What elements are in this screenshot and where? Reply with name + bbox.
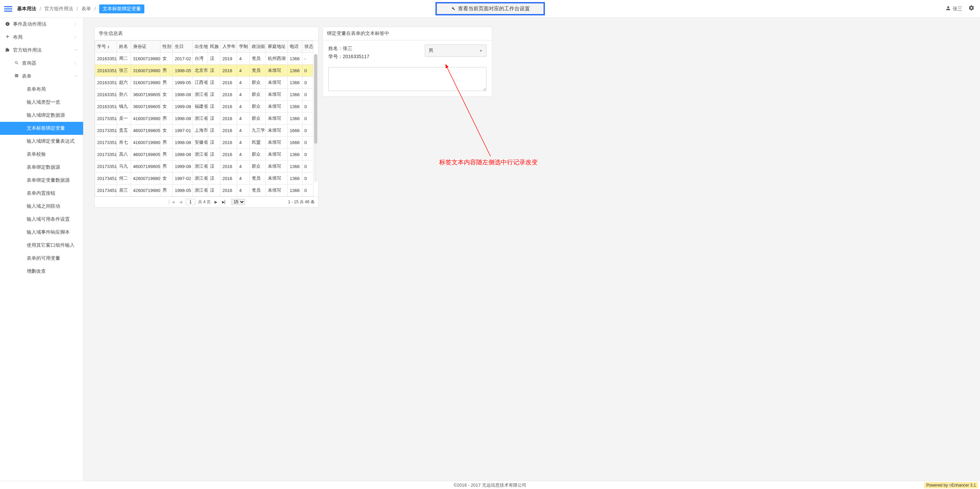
pager-first-button[interactable]: ▏◀	[168, 200, 175, 204]
table-cell: 2016	[220, 172, 237, 185]
sidebar-item[interactable]: 表单内置按钮	[0, 187, 83, 200]
sidebar-item[interactable]: 使用其它窗口组件输入	[0, 239, 83, 252]
pager-page-input[interactable]	[186, 199, 195, 205]
table-row[interactable]: 20163351张三31600719980男1998-05北京市汉20164党员…	[95, 65, 313, 76]
workspace-settings-label: 查看当前页面对应的工作台设置	[458, 5, 530, 12]
table-cell: 1366	[287, 89, 302, 100]
table-cell: 浙江省	[192, 172, 208, 185]
column-header[interactable]: 入学年	[220, 41, 237, 53]
pager-total-label: 共 4 页	[198, 199, 211, 205]
sidebar-item[interactable]: 增删改查	[0, 265, 83, 278]
column-header[interactable]: 电话	[287, 41, 302, 53]
column-header[interactable]: 姓名	[117, 41, 131, 53]
column-header[interactable]: 政治面	[249, 41, 266, 53]
sidebar-item[interactable]: 表单布局	[0, 83, 83, 96]
sidebar-item[interactable]: 输入域类型一览	[0, 96, 83, 109]
table-row[interactable]: 20173451何二42600719980女1997-02浙江省汉20164党员…	[95, 172, 313, 185]
id-label: 学号：	[328, 54, 343, 59]
column-header[interactable]: 生日	[172, 41, 192, 53]
sidebar-item[interactable]: 表单的可用变量	[0, 252, 83, 265]
table-row[interactable]: 20163351钱九36007199805女1999-08福建省汉20164群众…	[95, 100, 313, 113]
column-header[interactable]: 家庭地址	[266, 41, 287, 53]
scrollbar-thumb[interactable]	[314, 54, 317, 144]
pager-next-button[interactable]: ▶	[213, 200, 218, 204]
table-cell: 1366	[287, 100, 302, 113]
table-cell: 党员	[249, 185, 266, 196]
powered-prefix: Powered by	[926, 483, 949, 487]
notes-textarea[interactable]	[328, 67, 487, 91]
sidebar-item[interactable]: 表单绑定数据源	[0, 161, 83, 174]
column-header[interactable]: 身份证	[130, 41, 160, 53]
menu-toggle-icon[interactable]	[4, 5, 12, 13]
table-cell: 浙江省	[192, 148, 208, 161]
sidebar-item-label: 查询器	[22, 60, 36, 66]
table-cell: 民盟	[249, 137, 266, 148]
table-cell: 女	[160, 53, 172, 65]
table-cell: 党员	[249, 65, 266, 76]
sidebar-item[interactable]: 输入域绑定变量表达式	[0, 135, 83, 148]
panel-title: 绑定变量在表单的文本标签中	[323, 27, 492, 40]
table-cell: 汉	[208, 89, 220, 100]
column-header[interactable]: 学号▲▼	[95, 41, 117, 53]
table-cell: 江西省	[192, 76, 208, 89]
table-cell: 4	[237, 65, 249, 76]
sidebar-item[interactable]: 表单绑定变量数据源	[0, 174, 83, 187]
sidebar-item[interactable]: 官方组件用法﹀	[0, 44, 83, 57]
table-cell: 浙江省	[192, 161, 208, 172]
table-cell: 1998-08	[172, 137, 192, 148]
settings-button[interactable]	[967, 5, 976, 13]
sidebar-item[interactable]: 查询器〉	[0, 57, 83, 70]
vertical-scrollbar[interactable]	[314, 54, 317, 182]
breadcrumb-item[interactable]: 官方组件用法	[45, 6, 73, 12]
column-header[interactable]: 学制	[237, 41, 249, 53]
column-header[interactable]: 出生地	[192, 41, 208, 53]
table-row[interactable]: 20173351高八46007199805男1998-08浙江省汉20164群众…	[95, 148, 313, 161]
table-cell: 41600719980	[130, 137, 160, 148]
gender-select[interactable]: 男 ▼	[425, 45, 487, 57]
sidebar-item[interactable]: 表单﹀	[0, 70, 83, 83]
workspace-settings-button[interactable]: 查看当前页面对应的工作台设置	[436, 2, 545, 15]
table-cell: 0	[302, 137, 313, 148]
pager-prev-button[interactable]: ◀	[178, 200, 183, 204]
column-header[interactable]: 民族	[208, 41, 220, 53]
table-row[interactable]: 20163351赵六31600719980男1999-05江西省汉20164群众…	[95, 76, 313, 89]
name-value: 张三	[343, 46, 352, 51]
sidebar-item[interactable]: 表单校验	[0, 148, 83, 161]
table-cell: 台湾	[192, 53, 208, 65]
sidebar-item[interactable]: 输入域事件响应脚本	[0, 226, 83, 239]
sidebar-item[interactable]: 输入域可用条件设置	[0, 213, 83, 226]
table-row[interactable]: 20163351周二31600719980女2017-02台湾汉20194党员杭…	[95, 53, 313, 65]
sidebar-item[interactable]: 事件及动作用法〉	[0, 18, 83, 31]
sidebar-item-label: 输入域类型一览	[27, 99, 60, 105]
table-row[interactable]: 20173351吴一41600719980男1998-08浙江省汉20164群众…	[95, 113, 313, 124]
table-cell: 女	[160, 172, 172, 185]
table-cell: 20163351	[95, 100, 117, 113]
table-cell: 汉	[208, 124, 220, 137]
pager-pagesize-select[interactable]: 15	[231, 199, 245, 205]
breadcrumb-root[interactable]: 基本用法	[17, 6, 36, 12]
table-row[interactable]: 20173351马九46007199805男1999-08浙江省汉20164群众…	[95, 161, 313, 172]
content-area: 学生信息表 学号▲▼姓名身份证性别生日出生地民族入学年学制政治面家庭地址电话状态…	[83, 18, 980, 481]
table-row[interactable]: 20163351孙八36007199805女1998-08浙江省汉20164群众…	[95, 89, 313, 100]
pager-last-button[interactable]: ▶▏	[221, 200, 229, 204]
column-header[interactable]: 性别	[160, 41, 172, 53]
table-row[interactable]: 20173351贵五46007199805女1997-01上海市汉20164九三…	[95, 124, 313, 137]
breadcrumb-item[interactable]: 表单	[81, 6, 91, 12]
powered-by-badge[interactable]: Powered by ≡Enhancer 3.1	[924, 482, 978, 488]
sidebar-item[interactable]: 文本标签绑定变量	[0, 122, 83, 135]
table-row[interactable]: 20173351肖七41600719980男1998-08安徽省汉20164民盟…	[95, 137, 313, 148]
table-row[interactable]: 20173451居三42600719980男1998-05浙江省汉20164党员…	[95, 185, 313, 196]
table-cell: 女	[160, 124, 172, 137]
table-cell: 20163351	[95, 76, 117, 89]
move-icon	[5, 35, 10, 40]
sidebar-item[interactable]: 输入域之间联动	[0, 200, 83, 213]
user-menu[interactable]: 张三	[946, 6, 962, 12]
table-cell: 41600719980	[130, 113, 160, 124]
table-cell: 4	[237, 148, 249, 161]
table-cell: 1998-08	[172, 113, 192, 124]
sidebar-item[interactable]: 布局〉	[0, 31, 83, 44]
table-cell: 未填写	[266, 65, 287, 76]
table-cell: 未填写	[266, 161, 287, 172]
sidebar-item[interactable]: 输入域绑定数据源	[0, 109, 83, 122]
column-header[interactable]: 状态	[302, 41, 313, 53]
